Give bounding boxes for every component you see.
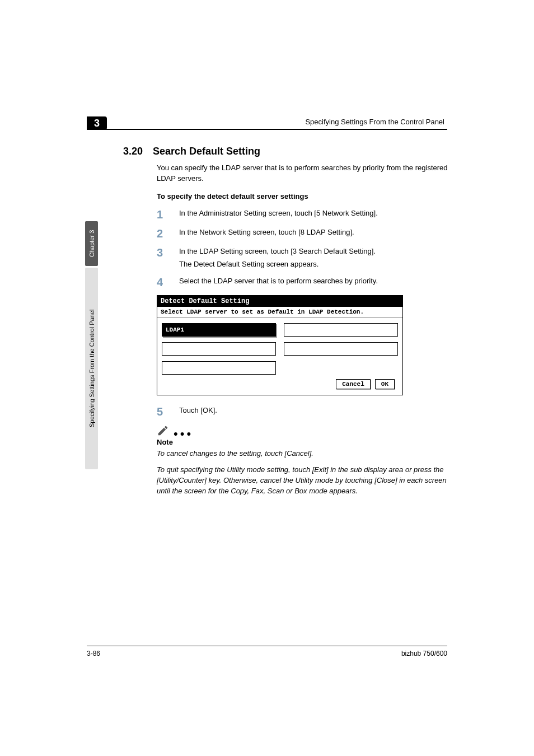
note-text-2: To quit specifying the Utility mode sett…	[157, 465, 448, 497]
step-text: In the LDAP Setting screen, touch [3 Sea…	[179, 246, 376, 257]
running-header: Specifying Settings From the Control Pan…	[305, 118, 444, 126]
step-number: 2	[157, 227, 167, 240]
sub-heading: To specify the detect default server set…	[157, 192, 448, 200]
panel-subtitle: Select LDAP server to set as Default in …	[157, 307, 402, 318]
chapter-badge: 3	[87, 116, 107, 130]
product-name: bizhub 750/600	[401, 650, 447, 657]
side-tab-title: Specifying Settings From the Control Pan…	[85, 268, 98, 469]
ldap-panel-figure: Detect Default Setting Select LDAP serve…	[157, 295, 403, 395]
step-number: 1	[157, 208, 167, 221]
note-text-1: To cancel changes to the setting, touch …	[157, 449, 448, 459]
ldap-slot-4[interactable]	[284, 342, 398, 356]
step-text: Touch [OK].	[179, 405, 217, 418]
section-intro: You can specify the LDAP server that is …	[157, 163, 448, 184]
cancel-button[interactable]: Cancel	[336, 379, 371, 389]
step-text: Select the LDAP server that is to perfor…	[179, 276, 378, 288]
note-dots: •••	[174, 431, 193, 437]
step-3: 3 In the LDAP Setting screen, touch [3 S…	[157, 246, 448, 270]
page-footer: 3-86 bizhub 750/600	[87, 646, 447, 657]
page-number: 3-86	[87, 650, 100, 657]
step-number: 4	[157, 276, 167, 288]
step-5: 5 Touch [OK].	[157, 405, 448, 418]
note-label: Note	[157, 438, 448, 446]
step-number: 3	[157, 246, 167, 270]
panel-title: Detect Default Setting	[157, 296, 402, 307]
section-title: Search Default Setting	[153, 146, 260, 157]
ldap-slot-5[interactable]	[162, 361, 276, 375]
step-2: 2 In the Network Setting screen, touch […	[157, 227, 448, 240]
step-number: 5	[157, 405, 167, 418]
ldap-slot-3[interactable]	[162, 342, 276, 356]
step-4: 4 Select the LDAP server that is to perf…	[157, 276, 448, 288]
ldap-slot-1[interactable]: LDAP1	[162, 323, 276, 337]
ok-button[interactable]: OK	[375, 379, 395, 389]
step-text: In the Administrator Setting screen, tou…	[179, 208, 378, 221]
side-tab-chapter: Chapter 3	[85, 221, 98, 266]
step-subtext: The Detect Default Setting screen appear…	[179, 259, 376, 270]
header-rule	[87, 129, 447, 130]
step-1: 1 In the Administrator Setting screen, t…	[157, 208, 448, 221]
note-icon: •••	[157, 424, 448, 437]
section-number: 3.20	[123, 146, 143, 157]
step-text: In the Network Setting screen, touch [8 …	[179, 227, 354, 240]
ldap-slot-2[interactable]	[284, 323, 398, 337]
pencil-icon	[157, 424, 169, 437]
